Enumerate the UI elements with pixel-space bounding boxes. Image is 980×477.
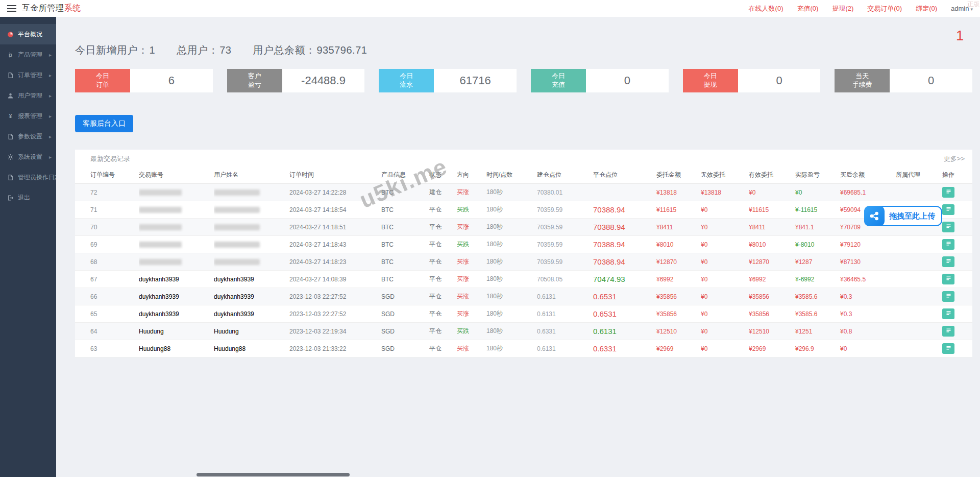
table-row: 682024-03-27 14:18:23BTC平仓买涨180秒70359.59… (75, 253, 972, 271)
form-icon (945, 258, 952, 266)
cell-close-point: 0.6131 (593, 323, 656, 340)
cell-valid: ¥8411 (749, 219, 795, 236)
cell-agent (896, 236, 942, 253)
topbar-link[interactable]: 提现(2) (832, 4, 853, 13)
sidebar-item-label: 用户管理 (18, 91, 42, 100)
cell-order-time: 2023-12-03 22:27:52 (289, 288, 381, 305)
row-action-button[interactable] (942, 187, 954, 198)
cell-account: Huudung (139, 323, 214, 340)
cell-account: duykhanh3939 (139, 288, 214, 305)
stat-new-users: 今日新增用户：1 (75, 43, 156, 57)
row-action-button[interactable] (942, 308, 954, 319)
cell-duration: 180秒 (486, 219, 537, 236)
cell-balance: ¥0.8 (840, 323, 896, 340)
form-icon (945, 241, 952, 248)
sidebar-item-overview[interactable]: 平台概况 (0, 24, 56, 44)
main-content: 1 今日新增用户：1 总用户：73 用户总余额：935796.71 今日 订单6… (56, 17, 980, 477)
masked-account (139, 259, 182, 265)
sidebar-item-label: 产品管理 (18, 51, 42, 59)
cell-balance: ¥69685.1 (840, 184, 896, 201)
sidebar: 平台概况B产品管理▸订单管理▸用户管理▸¥报表管理▸参数设置▸系统设置▸管理员操… (0, 17, 56, 477)
cell-balance: ¥0 (840, 340, 896, 357)
kpi-card-label: 客户 盈亏 (227, 69, 282, 92)
row-action-button[interactable] (942, 291, 954, 302)
cell-order-time: 2024-03-27 14:18:54 (289, 201, 381, 219)
table-row: 67duykhanh3939duykhanh39392024-03-27 14:… (75, 271, 972, 288)
cell-action (942, 201, 972, 219)
row-action-button[interactable] (942, 274, 954, 284)
cell-invalid: ¥0 (701, 253, 749, 271)
row-action-button[interactable] (942, 222, 954, 232)
cell-action (942, 323, 972, 340)
topbar-link[interactable]: 在线人数(0) (749, 4, 783, 13)
kpi-card-label: 今日 充值 (531, 69, 586, 92)
sidebar-item-products[interactable]: B产品管理▸ (0, 44, 56, 65)
cell-direction: 买跌 (457, 201, 486, 219)
cell-action (942, 184, 972, 201)
row-action-button[interactable] (942, 326, 954, 337)
cell-account (139, 236, 214, 253)
sidebar-item-system[interactable]: 系统设置▸ (0, 147, 56, 167)
cell-status: 平仓 (429, 288, 457, 305)
cell-direction: 买涨 (457, 219, 486, 236)
cell-profit: ¥0 (795, 184, 840, 201)
cell-profit: ¥296.9 (795, 340, 840, 357)
row-action-button[interactable] (942, 256, 954, 267)
table-row: 66duykhanh3939duykhanh39392023-12-03 22:… (75, 288, 972, 305)
kpi-card-5: 当天 手续费0 (835, 69, 972, 92)
cell-valid: ¥35856 (749, 305, 795, 323)
sidebar-item-users[interactable]: 用户管理▸ (0, 85, 56, 106)
row-action-button[interactable] (942, 343, 954, 354)
masked-account (139, 242, 182, 248)
cell-amount: ¥13818 (656, 184, 701, 201)
kpi-card-value: 0 (890, 69, 972, 92)
drag-upload-widget[interactable]: 拖拽至此上传 (864, 206, 942, 226)
cell-direction: 买跌 (457, 323, 486, 340)
sidebar-item-orders[interactable]: 订单管理▸ (0, 65, 56, 85)
cell-amount: ¥12510 (656, 323, 701, 340)
cell-amount: ¥12870 (656, 253, 701, 271)
cell-agent (896, 184, 942, 201)
cell-duration: 180秒 (486, 340, 537, 357)
stat-total-users: 总用户：73 (177, 43, 232, 57)
topbar-link[interactable]: 交易订单(0) (867, 4, 902, 13)
more-link[interactable]: 更多>> (944, 154, 965, 163)
cell-amount: ¥35856 (656, 305, 701, 323)
sidebar-item-admin-log[interactable]: 管理员操作日志 (0, 167, 56, 187)
cell-close-point: 0.6331 (593, 340, 656, 357)
column-header: 平仓点位 (593, 167, 656, 184)
column-header: 建仓点位 (537, 167, 593, 184)
chevron-right-icon: ▸ (49, 93, 52, 99)
cell-balance: ¥0.3 (840, 288, 896, 305)
cell-action (942, 219, 972, 236)
row-action-button[interactable] (942, 239, 954, 250)
cell-order-id: 70 (75, 219, 139, 236)
cell-username: Huudung88 (214, 340, 289, 357)
sidebar-item-label: 订单管理 (18, 71, 42, 80)
cell-product: BTC (381, 201, 429, 219)
service-backend-button[interactable]: 客服后台入口 (75, 115, 133, 132)
cell-account (139, 184, 214, 201)
form-icon (945, 223, 952, 231)
topbar-link[interactable]: 充值(0) (797, 4, 818, 13)
cell-status: 平仓 (429, 340, 457, 357)
sidebar-item-reports[interactable]: ¥报表管理▸ (0, 106, 56, 126)
form-icon (945, 345, 952, 352)
cell-agent (896, 305, 942, 323)
cell-order-time: 2024-03-27 14:18:51 (289, 219, 381, 236)
cell-product: SGD (381, 323, 429, 340)
cell-order-id: 69 (75, 236, 139, 253)
menu-toggle-icon[interactable] (7, 5, 16, 12)
cell-account: duykhanh3939 (139, 271, 214, 288)
sidebar-item-params[interactable]: 参数设置▸ (0, 126, 56, 147)
chevron-right-icon: ▸ (49, 154, 52, 160)
cell-username (214, 253, 289, 271)
cell-duration: 180秒 (486, 323, 537, 340)
cell-balance: ¥87130 (840, 253, 896, 271)
topbar-link[interactable]: 绑定(0) (916, 4, 937, 13)
sidebar-item-logout[interactable]: 退出 (0, 187, 56, 208)
horizontal-scrollbar-thumb[interactable] (197, 473, 350, 476)
cell-status: 平仓 (429, 305, 457, 323)
cell-product: BTC (381, 253, 429, 271)
row-action-button[interactable] (942, 204, 954, 215)
